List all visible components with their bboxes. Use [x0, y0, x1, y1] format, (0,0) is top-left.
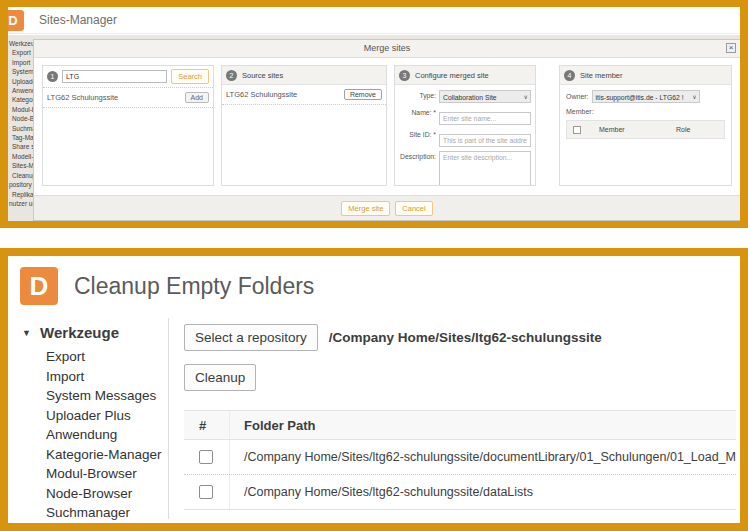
- site-search-row: 1 Search: [43, 66, 213, 88]
- description-field[interactable]: [439, 151, 531, 186]
- sidebar-item-anwendung[interactable]: Anwendung: [22, 425, 164, 445]
- source-site-label: LTG62 Schulungssite: [226, 90, 344, 99]
- cleanup-app: D Cleanup Empty Folders ▼ Werkzeuge Expo…: [8, 256, 740, 523]
- search-result-label: LTG62 Schulungssite: [47, 93, 185, 102]
- select-all-checkbox[interactable]: [573, 126, 581, 134]
- step4-header: 4 Site member: [560, 66, 731, 85]
- table-row: /Company Home/Sites/ltg62-schulungssite/…: [184, 475, 736, 510]
- step4-title: Site member: [580, 71, 623, 80]
- name-label: Name: *: [395, 107, 439, 125]
- sidebar-section-benutzer[interactable]: nutzer un: [8, 199, 33, 208]
- sidebar-section-repository[interactable]: pository: [8, 180, 33, 189]
- app-logo: D: [8, 10, 24, 31]
- repository-row: Select a repository /Company Home/Sites/…: [184, 324, 736, 351]
- dialog-body: 1 Search LTG62 Schulungssite Add 2 Sourc: [34, 58, 740, 195]
- sidebar-item-export[interactable]: Export: [8, 48, 33, 57]
- sidebar-item-node-browser[interactable]: Node-Brow: [8, 114, 33, 123]
- page-title: Cleanup Empty Folders: [74, 273, 314, 300]
- app-header: D Sites-Manager: [8, 7, 740, 34]
- source-site-row: LTG62 Schulungssite Remove: [222, 85, 386, 105]
- step4-number-badge: 4: [564, 70, 575, 81]
- description-label: Description:: [395, 151, 439, 186]
- sidebar-item-cleanup-folders[interactable]: Cleanup Fo: [8, 171, 33, 180]
- folder-path-cell: /Company Home/Sites/ltg62-schulungssite/…: [230, 440, 736, 474]
- sidebar-section-label: Werkzeuge: [40, 324, 119, 341]
- sidebar-item-suchmanager[interactable]: Suchmana: [8, 124, 33, 133]
- owner-label: Owner:: [566, 93, 589, 100]
- page-header: D Cleanup Empty Folders: [8, 256, 740, 316]
- sidebar-item-import[interactable]: Import: [22, 367, 164, 387]
- sidebar-item-modell-manager[interactable]: Modell-Ma: [8, 152, 33, 161]
- sidebar-item-import[interactable]: Import: [8, 58, 33, 67]
- chevron-down-icon: ∨: [524, 93, 528, 102]
- sidebar-item-kategorie-manager[interactable]: Kategorie-Manager: [22, 445, 164, 465]
- sites-manager-window: D Sites-Manager Werkzeu Export Import Sy…: [0, 0, 748, 228]
- sidebar-item-sites-manager[interactable]: Sites-Mana: [8, 161, 33, 170]
- sidebar-item-replikation[interactable]: Replikation: [8, 190, 33, 199]
- row-checkbox[interactable]: [199, 485, 213, 499]
- search-button[interactable]: Search: [171, 69, 209, 84]
- name-field[interactable]: [439, 112, 531, 125]
- folder-table: # Folder Path /Company Home/Sites/ltg62-…: [184, 410, 736, 510]
- search-result-row: LTG62 Schulungssite Add: [43, 88, 213, 108]
- merge-sites-dialog: Merge sites × 1 Search LTG62 Schulungssi…: [33, 39, 740, 221]
- page-content: ▼ Werkzeuge Export Import System Message…: [8, 318, 740, 523]
- sites-manager-app: D Sites-Manager Werkzeu Export Import Sy…: [8, 7, 740, 221]
- table-row: /Company Home/Sites/ltg62-schulungssite/…: [184, 440, 736, 475]
- close-icon[interactable]: ×: [726, 43, 736, 53]
- step3-title: Configure merged site: [415, 71, 489, 80]
- site-id-field[interactable]: [439, 134, 531, 147]
- sidebar-item-modul-browser[interactable]: Modul-Browser: [22, 464, 164, 484]
- owner-select-value: itis-support@itis.de - LTG62 !: [596, 94, 684, 101]
- row-checkbox[interactable]: [199, 450, 213, 464]
- page-title: Sites-Manager: [39, 7, 117, 34]
- cleanup-window: D Cleanup Empty Folders ▼ Werkzeuge Expo…: [0, 248, 748, 531]
- cleanup-button[interactable]: Cleanup: [184, 364, 256, 391]
- member-label: Member:: [566, 108, 725, 115]
- folder-table-header: # Folder Path: [184, 411, 736, 440]
- sidebar-item-share-statistics[interactable]: Share stati: [8, 142, 33, 151]
- dialog-titlebar: Merge sites ×: [34, 40, 740, 58]
- member-column-header: Member: [581, 126, 676, 133]
- add-button[interactable]: Add: [185, 92, 209, 103]
- sidebar-item-uploader-plus[interactable]: Uploader Plus: [22, 406, 164, 426]
- step3-number-badge: 3: [399, 70, 410, 81]
- step2-number-badge: 2: [226, 70, 237, 81]
- dialog-footer: Merge site Cancel: [34, 195, 740, 220]
- select-repository-button[interactable]: Select a repository: [184, 324, 318, 351]
- sidebar-divider: [168, 318, 169, 519]
- remove-button[interactable]: Remove: [344, 89, 382, 100]
- owner-select[interactable]: itis-support@itis.de - LTG62 ! ∨: [592, 90, 700, 103]
- dimmed-backdrop: Werkzeu Export Import System Me Uploader…: [8, 35, 740, 221]
- sidebar-item-uploader-plus[interactable]: Uploader P: [8, 77, 33, 86]
- step-site-member: 4 Site member Owner: itis-support@itis.d…: [559, 65, 732, 186]
- step-search-sites: 1 Search LTG62 Schulungssite Add: [42, 65, 214, 186]
- merge-site-button[interactable]: Merge site: [341, 201, 390, 216]
- sidebar-section-werkzeuge[interactable]: Werkzeu: [8, 39, 33, 48]
- step2-title: Source sites: [242, 71, 283, 80]
- sidebar-item-system-messages[interactable]: System Me: [8, 67, 33, 76]
- sidebar-item-anwendung[interactable]: Anwendun: [8, 86, 33, 95]
- sidebar-item-suchmanager[interactable]: Suchmanager: [22, 503, 164, 523]
- type-select[interactable]: Collaboration Site ∨: [439, 90, 531, 103]
- sidebar-item-system-messages[interactable]: System Messages: [22, 386, 164, 406]
- sidebar-item-export[interactable]: Export: [22, 347, 164, 367]
- site-id-label: Site ID: *: [395, 129, 439, 147]
- sidebar-item-tag-manager[interactable]: Tag-Manag: [8, 133, 33, 142]
- sidebar-section-werkzeuge[interactable]: ▼ Werkzeuge: [22, 324, 164, 341]
- member-table-header: Member Role: [566, 120, 725, 139]
- step-source-sites: 2 Source sites LTG62 Schulungssite Remov…: [221, 65, 387, 186]
- cancel-button[interactable]: Cancel: [395, 201, 432, 216]
- sidebar-item-tag-manager[interactable]: Tag-Manager: [22, 523, 164, 524]
- folder-path-cell: /Company Home/Sites/ltg62-schulungssite/…: [230, 475, 736, 509]
- configure-form: Type: Collaboration Site ∨ Name: *: [395, 85, 535, 186]
- number-column-header: #: [184, 411, 230, 439]
- step4-body: Owner: itis-support@itis.de - LTG62 ! ∨ …: [560, 85, 731, 144]
- type-select-value: Collaboration Site: [443, 94, 497, 101]
- sidebar-item-kategorie-manager[interactable]: Kategorie-: [8, 95, 33, 104]
- site-search-input[interactable]: [62, 70, 167, 83]
- sidebar-item-node-browser[interactable]: Node-Browser: [22, 484, 164, 504]
- folder-path-column-header: Folder Path: [230, 411, 736, 439]
- type-label: Type:: [395, 90, 439, 103]
- sidebar-item-modul-browser[interactable]: Modul-Bro: [8, 105, 33, 114]
